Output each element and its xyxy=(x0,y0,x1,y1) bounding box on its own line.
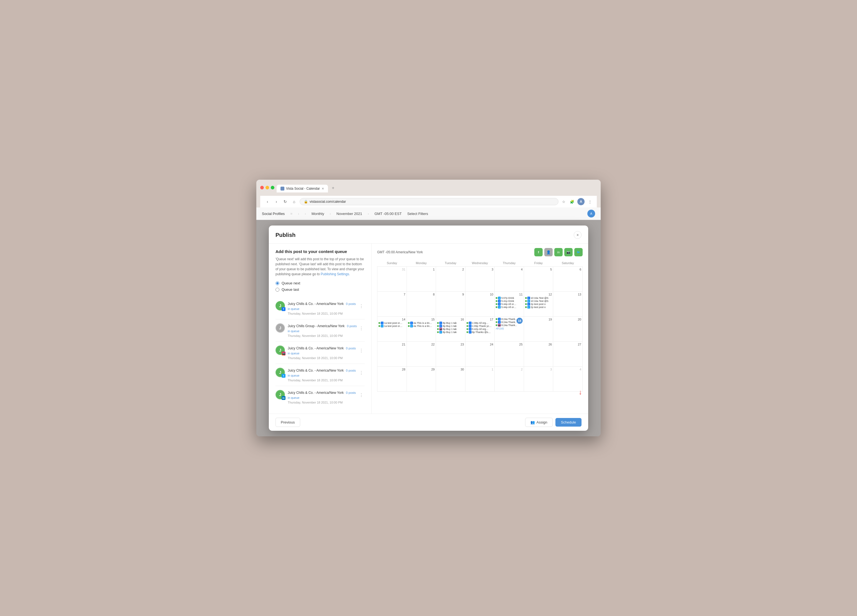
calendar-day-14[interactable]: 14 f 1a test post or… t xyxy=(377,317,407,342)
calendar-day-15[interactable]: 15 f 4a This is a tin… t xyxy=(407,317,436,342)
cal-event-16-4[interactable]: t 8p Buy 1 tak xyxy=(437,331,464,334)
cal-event-17-1[interactable]: f 1:08p All org… xyxy=(467,322,493,324)
calendar-day-1[interactable]: 1 xyxy=(407,267,436,292)
url-bar[interactable]: 🔒 vistasocial.com/calendar xyxy=(300,198,558,205)
close-dot[interactable] xyxy=(260,186,264,189)
calendar-day-5[interactable]: 5 xyxy=(524,267,553,292)
lock-icon: 🔒 xyxy=(304,200,308,204)
calendar-day-12[interactable]: 12 f 10:16a Test @S t xyxy=(524,292,553,317)
assign-button[interactable]: 👥 Assign xyxy=(525,418,553,427)
cal-event-12-2[interactable]: t 10:16a Test @S xyxy=(525,300,552,302)
calendar-day-dec4[interactable]: 4 xyxy=(553,367,583,392)
active-tab[interactable]: Vista Social - Calendar ✕ xyxy=(277,185,328,192)
appbar-filters[interactable]: Select Filters xyxy=(407,212,428,216)
calendar-day-25[interactable]: 25 xyxy=(495,342,524,367)
calendar-day-23[interactable]: 23 xyxy=(436,342,466,367)
calendar-icons: f 👤 in 📷 🐦 xyxy=(534,248,583,256)
cal-icon-3[interactable]: in xyxy=(554,248,563,256)
queue-last-option[interactable]: Queue last xyxy=(275,288,365,292)
new-tab-button[interactable]: + xyxy=(329,184,337,192)
cal-event-17-3[interactable]: f 5:42p All org… xyxy=(467,328,493,331)
calendar-day-7[interactable]: 7 xyxy=(377,292,407,317)
maximize-dot[interactable] xyxy=(271,186,274,189)
cal-event-16-2[interactable]: f 8p Buy 1 tak xyxy=(437,325,464,327)
account-menu-3[interactable]: ⋮ xyxy=(358,348,365,353)
forward-button[interactable]: › xyxy=(273,198,280,205)
calendar-day-28[interactable]: 28 xyxy=(377,367,407,392)
calendar-day-11[interactable]: 11 t 5:07p Drink f 5: xyxy=(495,292,524,317)
queue-last-radio[interactable] xyxy=(275,288,279,292)
cal-icon-2[interactable]: 👤 xyxy=(544,248,553,256)
cal-event-11-4[interactable]: t 5:44p All or… xyxy=(496,306,523,308)
calendar-day-31[interactable]: 31 xyxy=(377,267,407,292)
calendar-day-20[interactable]: 20 xyxy=(553,317,583,342)
calendar-day-9[interactable]: 9 xyxy=(436,292,466,317)
cal-icon-4[interactable]: 📷 xyxy=(564,248,572,256)
cal-icon-1[interactable]: f xyxy=(534,248,543,256)
calendar-day-24[interactable]: 24 xyxy=(465,342,495,367)
account-menu-5[interactable]: ⋮ xyxy=(358,392,365,398)
cal-event-17-4[interactable]: f 8p Thanks @s… xyxy=(467,331,493,334)
minimize-dot[interactable] xyxy=(266,186,269,189)
calendar-day-10[interactable]: 10 xyxy=(465,292,495,317)
previous-button[interactable]: Previous xyxy=(275,418,300,427)
calendar-day-19[interactable]: 19 xyxy=(524,317,553,342)
cal-event-18-2[interactable]: f 8:24a Thank… xyxy=(496,321,517,323)
account-menu-2[interactable]: ⋮ xyxy=(358,326,365,331)
cal-event-11-2[interactable]: f 5:41p Drink xyxy=(496,300,523,302)
calendar-day-4[interactable]: 4 xyxy=(495,267,524,292)
cal-event-18-1[interactable]: f 8:24a Thank… xyxy=(496,318,517,320)
home-button[interactable]: ⌂ xyxy=(291,198,297,205)
calendar-day-2[interactable]: 2 xyxy=(436,267,466,292)
user-avatar[interactable]: A xyxy=(587,210,595,217)
account-header-2: J Juicy Chills Group - America/New York … xyxy=(275,323,365,337)
queue-next-radio[interactable] xyxy=(275,281,279,285)
calendar-day-18[interactable]: 18 f 8:24a Thank… f xyxy=(495,317,524,342)
cal-event-18-3[interactable]: 📷 8:24a Thank… xyxy=(496,324,517,327)
cal-event-16-3[interactable]: 📷 8p Buy 1 tak xyxy=(437,328,464,331)
cal-event-15-1[interactable]: f 4a This is a tin… xyxy=(408,322,435,324)
account-menu-4[interactable]: ⋮ xyxy=(358,370,365,376)
calendar-day-13[interactable]: 13 xyxy=(553,292,583,317)
calendar-day-26[interactable]: 26 xyxy=(524,342,553,367)
cal-event-12-1[interactable]: f 10:16a Test @S xyxy=(525,297,552,299)
cal-event-12-4[interactable]: t 2p test post o xyxy=(525,306,552,308)
cal-event-16-1[interactable]: f 8p Buy 1 tak xyxy=(437,322,464,324)
cal-event-14-1[interactable]: f 1a test post or… xyxy=(379,322,405,324)
appbar-monthly[interactable]: Monthly xyxy=(312,212,324,216)
calendar-day-dec3[interactable]: 3 xyxy=(524,367,553,392)
reload-button[interactable]: ↻ xyxy=(282,198,289,205)
calendar-day-8[interactable]: 8 xyxy=(407,292,436,317)
calendar-day-29[interactable]: 29 xyxy=(407,367,436,392)
calendar-day-dec2[interactable]: 2 xyxy=(495,367,524,392)
menu-icon[interactable]: ⋮ xyxy=(587,198,593,205)
bookmark-icon[interactable]: ☆ xyxy=(561,198,567,205)
cal-event-15-2[interactable]: t 4a This is a tin… xyxy=(408,325,435,327)
calendar-day-27[interactable]: 27 xyxy=(553,342,583,367)
back-button[interactable]: ‹ xyxy=(264,198,271,205)
calendar-day-21[interactable]: 21 xyxy=(377,342,407,367)
cal-icon-5[interactable]: 🐦 xyxy=(574,248,583,256)
account-menu-1[interactable]: ⋮ xyxy=(358,303,365,309)
queue-next-option[interactable]: Queue next xyxy=(275,281,365,285)
cal-event-17-2[interactable]: f 1:09p Thank yc… xyxy=(467,325,493,327)
calendar-day-3[interactable]: 3 xyxy=(465,267,495,292)
modal-close-button[interactable]: × xyxy=(574,231,582,239)
cal-event-11-3[interactable]: f 5:44p All or… xyxy=(496,303,523,305)
calendar-day-30[interactable]: 30 xyxy=(436,367,466,392)
cal-event-12-3[interactable]: f 2p test post o xyxy=(525,303,552,305)
tab-close-icon[interactable]: ✕ xyxy=(322,187,324,190)
schedule-button[interactable]: Schedule xyxy=(555,418,582,427)
calendar-day-17[interactable]: 17 f 1:08p All org… f xyxy=(465,317,495,342)
publishing-settings-link[interactable]: Publishing Settings. xyxy=(321,272,350,276)
cal-event-11-1[interactable]: t 5:07p Drink xyxy=(496,297,523,299)
cal-event-14-2[interactable]: t 1a test post or… xyxy=(379,325,405,327)
calendar-day-22[interactable]: 22 xyxy=(407,342,436,367)
profile-avatar[interactable]: A xyxy=(577,198,585,205)
all-more-18[interactable]: All (10) xyxy=(496,327,523,330)
calendar-day-16[interactable]: 16 f 8p Buy 1 tak f 8 xyxy=(436,317,466,342)
calendar-day-dec1[interactable]: 1 xyxy=(465,367,495,392)
extensions-icon[interactable]: 🧩 xyxy=(569,198,575,205)
appbar-social-profiles[interactable]: Social Profiles xyxy=(262,212,285,216)
calendar-day-6[interactable]: 6 xyxy=(553,267,583,292)
